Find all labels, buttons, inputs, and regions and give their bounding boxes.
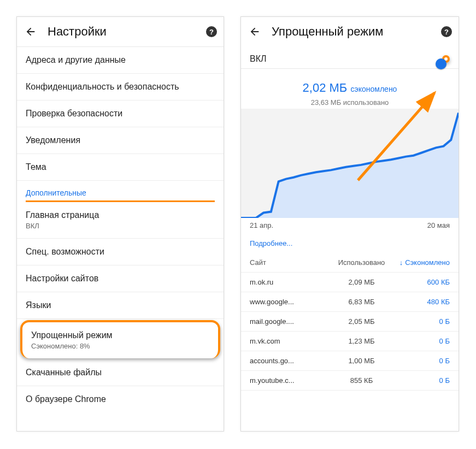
header: Настройки ? bbox=[17, 17, 224, 46]
settings-row-notifications[interactable]: Уведомления bbox=[17, 127, 224, 154]
cell-saved: 0 Б bbox=[391, 337, 450, 345]
table-row[interactable]: m.ok.ru2,09 МБ600 КБ bbox=[241, 273, 459, 292]
back-arrow-icon[interactable] bbox=[249, 26, 261, 38]
cell-saved: 0 Б bbox=[391, 357, 450, 365]
table-row[interactable]: m.vk.com1,23 МБ0 Б bbox=[241, 332, 459, 351]
settings-row-languages[interactable]: Языки bbox=[17, 292, 224, 319]
savings-chart bbox=[241, 109, 459, 218]
saved-amount: 2,02 МБ сэкономлено bbox=[241, 81, 459, 95]
col-used: Использовано bbox=[332, 258, 391, 267]
cell-saved: 0 Б bbox=[391, 376, 450, 385]
settings-panel: Настройки ? Адреса и другие данные Конфи… bbox=[16, 16, 224, 432]
cell-site: accounts.go... bbox=[250, 357, 332, 365]
table-header: Сайт Использовано ↓Сэкономлено bbox=[241, 253, 459, 273]
settings-row-lite-mode[interactable]: Упрощенный режим Сэкономлено: 8% bbox=[20, 320, 220, 358]
row-label: Скачанные файлы bbox=[26, 368, 102, 377]
col-site: Сайт bbox=[250, 258, 332, 267]
row-label: Адреса и другие данные bbox=[26, 55, 126, 64]
table-row[interactable]: accounts.go...1,00 МБ0 Б bbox=[241, 351, 459, 371]
settings-row-homepage[interactable]: Главная страница ВКЛ bbox=[17, 202, 224, 239]
settings-row-downloads[interactable]: Скачанные файлы bbox=[17, 359, 224, 386]
header: Упрощенный режим ? bbox=[241, 17, 459, 46]
saved-value: 2,02 МБ bbox=[303, 81, 348, 94]
row-label: Главная страница bbox=[26, 210, 99, 220]
row-label: Настройки сайтов bbox=[26, 274, 98, 283]
row-label: Конфиденциальность и безопасность bbox=[26, 82, 179, 91]
help-icon[interactable]: ? bbox=[441, 26, 452, 37]
row-label: Упрощенный режим bbox=[31, 330, 113, 340]
table-row[interactable]: mail.google....2,05 МБ0 Б bbox=[241, 312, 459, 332]
settings-row-about[interactable]: О браузере Chrome bbox=[17, 386, 224, 412]
saved-label: сэкономлено bbox=[350, 85, 397, 93]
cell-site: m.vk.com bbox=[250, 337, 332, 345]
settings-row-accessibility[interactable]: Спец. возможности bbox=[17, 239, 224, 265]
status-row: ВКЛ bbox=[241, 46, 459, 68]
cell-site: m.ok.ru bbox=[250, 278, 332, 286]
page-title: Настройки bbox=[48, 25, 206, 39]
cell-used: 2,05 МБ bbox=[332, 317, 391, 326]
row-label: Языки bbox=[26, 300, 51, 310]
chart-x-range: 21 апр. 20 мая bbox=[241, 218, 459, 235]
more-link[interactable]: Подробнее... bbox=[241, 235, 459, 253]
cell-used: 6,83 МБ bbox=[332, 298, 391, 306]
settings-row-security-check[interactable]: Проверка безопасности bbox=[17, 101, 224, 127]
sort-arrow-icon: ↓ bbox=[399, 258, 403, 267]
x-end: 20 мая bbox=[427, 221, 450, 229]
back-arrow-icon[interactable] bbox=[25, 26, 37, 38]
cell-used: 855 КБ bbox=[332, 376, 391, 385]
settings-row-site-settings[interactable]: Настройки сайтов bbox=[17, 265, 224, 292]
table-row[interactable]: m.youtube.c...855 КБ0 Б bbox=[241, 371, 459, 391]
settings-row-addresses[interactable]: Адреса и другие данные bbox=[17, 47, 224, 74]
cell-used: 1,00 МБ bbox=[332, 357, 391, 365]
cell-site: m.youtube.c... bbox=[250, 376, 332, 385]
cell-saved: 480 КБ bbox=[391, 298, 450, 306]
annotation-highlight-toggle bbox=[442, 55, 450, 63]
status-label: ВКЛ bbox=[250, 54, 267, 64]
table-body: m.ok.ru2,09 МБ600 КБwww.google...6,83 МБ… bbox=[241, 273, 459, 391]
cell-saved: 600 КБ bbox=[391, 278, 450, 286]
table-row[interactable]: www.google...6,83 МБ480 КБ bbox=[241, 292, 459, 312]
row-label: Тема bbox=[26, 162, 46, 172]
cell-used: 2,09 МБ bbox=[332, 278, 391, 286]
settings-row-privacy[interactable]: Конфиденциальность и безопасность bbox=[17, 74, 224, 101]
row-label: Проверка безопасности bbox=[26, 109, 122, 118]
help-icon[interactable]: ? bbox=[206, 26, 217, 37]
row-label: Спец. возможности bbox=[26, 247, 104, 256]
cell-saved: 0 Б bbox=[391, 317, 450, 326]
used-line: 23,63 МБ использовано bbox=[241, 98, 459, 107]
row-label: Уведомления bbox=[26, 135, 80, 145]
toggle-knob bbox=[436, 58, 446, 69]
col-saved[interactable]: ↓Сэкономлено bbox=[391, 258, 450, 267]
page-title: Упрощенный режим bbox=[272, 25, 441, 39]
row-label: О браузере Chrome bbox=[26, 394, 106, 404]
stats-block: 2,02 МБ сэкономлено 23,63 МБ использован… bbox=[241, 69, 459, 109]
section-advanced-label: Дополнительные bbox=[17, 181, 224, 200]
settings-row-theme[interactable]: Тема bbox=[17, 154, 224, 181]
cell-used: 1,23 МБ bbox=[332, 337, 391, 345]
cell-site: www.google... bbox=[250, 298, 332, 306]
row-sub: ВКЛ bbox=[26, 222, 215, 230]
row-sub: Сэкономлено: 8% bbox=[31, 342, 209, 350]
lite-mode-panel: Упрощенный режим ? ВКЛ 2,02 МБ сэкономле… bbox=[240, 16, 459, 432]
cell-site: mail.google.... bbox=[250, 317, 332, 326]
x-start: 21 апр. bbox=[250, 221, 273, 229]
